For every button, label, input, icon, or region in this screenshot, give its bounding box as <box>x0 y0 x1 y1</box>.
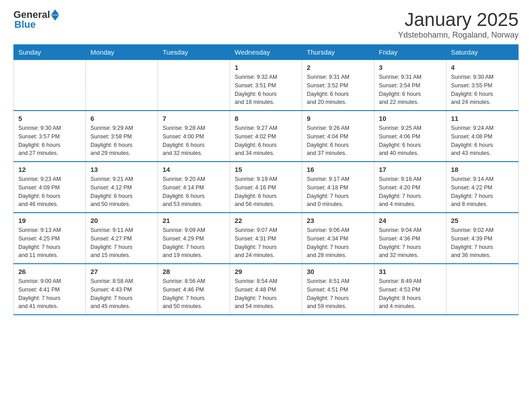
sun-info: Sunrise: 9:21 AM Sunset: 4:12 PM Dayligh… <box>90 175 153 209</box>
calendar-cell: 9Sunrise: 9:26 AM Sunset: 4:04 PM Daylig… <box>302 111 374 162</box>
header-sunday: Sunday <box>14 45 86 60</box>
day-number: 30 <box>307 268 369 275</box>
day-number: 28 <box>163 268 225 275</box>
calendar-cell: 23Sunrise: 9:06 AM Sunset: 4:34 PM Dayli… <box>302 213 374 264</box>
day-number: 19 <box>18 217 81 224</box>
sun-info: Sunrise: 9:02 AM Sunset: 4:39 PM Dayligh… <box>451 226 514 260</box>
calendar-cell: 29Sunrise: 8:54 AM Sunset: 4:48 PM Dayli… <box>230 264 302 315</box>
calendar-week-row: 5Sunrise: 9:30 AM Sunset: 3:57 PM Daylig… <box>14 111 519 162</box>
sun-info: Sunrise: 9:07 AM Sunset: 4:31 PM Dayligh… <box>235 226 297 260</box>
sun-info: Sunrise: 9:32 AM Sunset: 3:51 PM Dayligh… <box>235 73 297 107</box>
header-saturday: Saturday <box>446 45 519 60</box>
sun-info: Sunrise: 9:25 AM Sunset: 4:06 PM Dayligh… <box>379 124 442 158</box>
calendar-cell: 21Sunrise: 9:09 AM Sunset: 4:29 PM Dayli… <box>158 213 230 264</box>
day-number: 23 <box>307 217 369 224</box>
day-number: 7 <box>163 115 225 122</box>
sun-info: Sunrise: 9:24 AM Sunset: 4:08 PM Dayligh… <box>451 124 514 158</box>
header-wednesday: Wednesday <box>230 45 302 60</box>
sun-info: Sunrise: 8:54 AM Sunset: 4:48 PM Dayligh… <box>235 277 297 311</box>
calendar-cell: 28Sunrise: 8:56 AM Sunset: 4:46 PM Dayli… <box>158 264 230 315</box>
sun-info: Sunrise: 9:11 AM Sunset: 4:27 PM Dayligh… <box>90 226 153 260</box>
calendar-cell: 1Sunrise: 9:32 AM Sunset: 3:51 PM Daylig… <box>230 60 302 111</box>
sun-info: Sunrise: 9:28 AM Sunset: 4:00 PM Dayligh… <box>163 124 225 158</box>
sun-info: Sunrise: 9:17 AM Sunset: 4:18 PM Dayligh… <box>307 175 369 209</box>
calendar-cell: 13Sunrise: 9:21 AM Sunset: 4:12 PM Dayli… <box>86 162 158 213</box>
day-number: 25 <box>451 217 514 224</box>
day-number: 13 <box>90 166 153 173</box>
calendar-week-row: 19Sunrise: 9:13 AM Sunset: 4:25 PM Dayli… <box>14 213 519 264</box>
sun-info: Sunrise: 9:16 AM Sunset: 4:20 PM Dayligh… <box>379 175 442 209</box>
day-number: 17 <box>379 166 442 173</box>
calendar-cell: 17Sunrise: 9:16 AM Sunset: 4:20 PM Dayli… <box>374 162 446 213</box>
day-number: 16 <box>307 166 369 173</box>
day-number: 24 <box>379 217 442 224</box>
day-number: 2 <box>307 64 369 71</box>
calendar-cell <box>86 60 158 111</box>
sun-info: Sunrise: 9:13 AM Sunset: 4:25 PM Dayligh… <box>18 226 81 260</box>
day-number: 31 <box>379 268 442 275</box>
logo-triangle-down <box>51 15 59 21</box>
calendar-cell: 11Sunrise: 9:24 AM Sunset: 4:08 PM Dayli… <box>446 111 519 162</box>
sun-info: Sunrise: 9:06 AM Sunset: 4:34 PM Dayligh… <box>307 226 369 260</box>
sun-info: Sunrise: 9:31 AM Sunset: 3:52 PM Dayligh… <box>307 73 369 107</box>
day-number: 14 <box>163 166 225 173</box>
location: Ydstebohamn, Rogaland, Norway <box>398 30 519 40</box>
calendar-cell: 25Sunrise: 9:02 AM Sunset: 4:39 PM Dayli… <box>446 213 519 264</box>
day-number: 5 <box>18 115 81 122</box>
day-number: 22 <box>235 217 297 224</box>
day-number: 15 <box>235 166 297 173</box>
day-number: 6 <box>90 115 153 122</box>
calendar-week-row: 26Sunrise: 9:00 AM Sunset: 4:41 PM Dayli… <box>14 264 519 315</box>
sun-info: Sunrise: 9:20 AM Sunset: 4:14 PM Dayligh… <box>163 175 225 209</box>
sun-info: Sunrise: 9:09 AM Sunset: 4:29 PM Dayligh… <box>163 226 225 260</box>
header-thursday: Thursday <box>302 45 374 60</box>
header-tuesday: Tuesday <box>158 45 230 60</box>
sun-info: Sunrise: 8:56 AM Sunset: 4:46 PM Dayligh… <box>163 277 225 311</box>
calendar-cell: 16Sunrise: 9:17 AM Sunset: 4:18 PM Dayli… <box>302 162 374 213</box>
calendar-cell: 3Sunrise: 9:31 AM Sunset: 3:54 PM Daylig… <box>374 60 446 111</box>
day-number: 3 <box>379 64 442 71</box>
calendar-cell: 18Sunrise: 9:14 AM Sunset: 4:22 PM Dayli… <box>446 162 519 213</box>
calendar-cell: 10Sunrise: 9:25 AM Sunset: 4:06 PM Dayli… <box>374 111 446 162</box>
calendar-cell: 5Sunrise: 9:30 AM Sunset: 3:57 PM Daylig… <box>14 111 86 162</box>
day-number: 29 <box>235 268 297 275</box>
calendar-cell: 8Sunrise: 9:27 AM Sunset: 4:02 PM Daylig… <box>230 111 302 162</box>
sun-info: Sunrise: 8:51 AM Sunset: 4:51 PM Dayligh… <box>307 277 369 311</box>
header-monday: Monday <box>86 45 158 60</box>
calendar-cell: 14Sunrise: 9:20 AM Sunset: 4:14 PM Dayli… <box>158 162 230 213</box>
day-number: 8 <box>235 115 297 122</box>
calendar-cell: 22Sunrise: 9:07 AM Sunset: 4:31 PM Dayli… <box>230 213 302 264</box>
calendar-cell: 31Sunrise: 8:49 AM Sunset: 4:53 PM Dayli… <box>374 264 446 315</box>
sun-info: Sunrise: 9:30 AM Sunset: 3:55 PM Dayligh… <box>451 73 514 107</box>
calendar-cell: 27Sunrise: 8:58 AM Sunset: 4:43 PM Dayli… <box>86 264 158 315</box>
sun-info: Sunrise: 9:29 AM Sunset: 3:58 PM Dayligh… <box>90 124 153 158</box>
sun-info: Sunrise: 9:04 AM Sunset: 4:36 PM Dayligh… <box>379 226 442 260</box>
calendar-cell <box>158 60 230 111</box>
calendar-week-row: 12Sunrise: 9:23 AM Sunset: 4:09 PM Dayli… <box>14 162 519 213</box>
day-number: 18 <box>451 166 514 173</box>
calendar-cell: 12Sunrise: 9:23 AM Sunset: 4:09 PM Dayli… <box>14 162 86 213</box>
calendar-cell: 2Sunrise: 9:31 AM Sunset: 3:52 PM Daylig… <box>302 60 374 111</box>
sun-info: Sunrise: 9:23 AM Sunset: 4:09 PM Dayligh… <box>18 175 81 209</box>
logo-triangle-up <box>51 9 59 15</box>
calendar-cell <box>446 264 519 315</box>
calendar-cell: 24Sunrise: 9:04 AM Sunset: 4:36 PM Dayli… <box>374 213 446 264</box>
month-title: January 2025 <box>398 9 519 30</box>
sun-info: Sunrise: 9:14 AM Sunset: 4:22 PM Dayligh… <box>451 175 514 209</box>
sun-info: Sunrise: 9:30 AM Sunset: 3:57 PM Dayligh… <box>18 124 81 158</box>
day-number: 4 <box>451 64 514 71</box>
calendar-cell <box>14 60 86 111</box>
sun-info: Sunrise: 9:26 AM Sunset: 4:04 PM Dayligh… <box>307 124 369 158</box>
calendar-week-row: 1Sunrise: 9:32 AM Sunset: 3:51 PM Daylig… <box>14 60 519 111</box>
calendar-header-row: Sunday Monday Tuesday Wednesday Thursday… <box>14 45 519 60</box>
sun-info: Sunrise: 9:31 AM Sunset: 3:54 PM Dayligh… <box>379 73 442 107</box>
day-number: 20 <box>90 217 153 224</box>
calendar-cell: 15Sunrise: 9:19 AM Sunset: 4:16 PM Dayli… <box>230 162 302 213</box>
logo-blue: Blue <box>14 19 36 30</box>
day-number: 12 <box>18 166 81 173</box>
calendar-cell: 19Sunrise: 9:13 AM Sunset: 4:25 PM Dayli… <box>14 213 86 264</box>
day-number: 11 <box>451 115 514 122</box>
sun-info: Sunrise: 9:00 AM Sunset: 4:41 PM Dayligh… <box>18 277 81 311</box>
sun-info: Sunrise: 8:49 AM Sunset: 4:53 PM Dayligh… <box>379 277 442 311</box>
calendar-cell: 7Sunrise: 9:28 AM Sunset: 4:00 PM Daylig… <box>158 111 230 162</box>
